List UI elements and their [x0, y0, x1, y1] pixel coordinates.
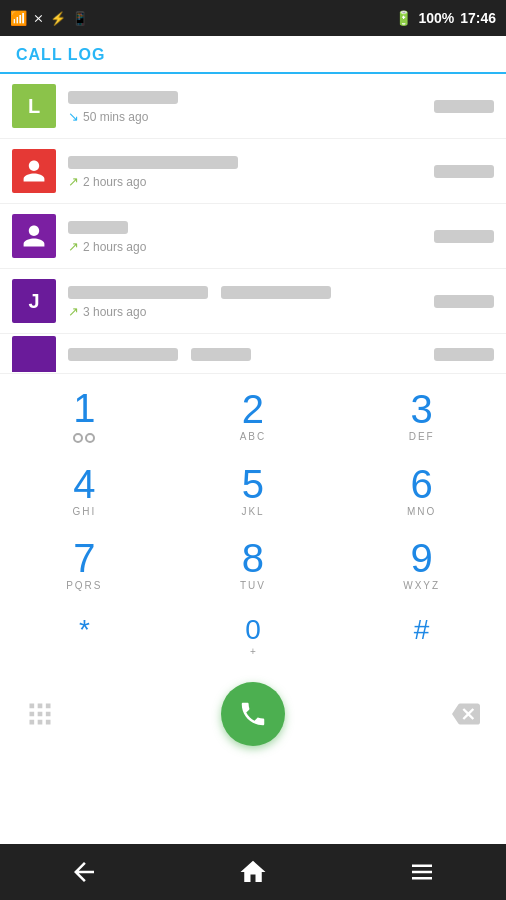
call-item-3[interactable]: ↗ 2 hours ago	[0, 204, 506, 269]
call-item-5[interactable]	[0, 334, 506, 374]
outgoing-arrow-4: ↗	[68, 304, 79, 319]
avatar-5	[12, 336, 56, 372]
avatar-2	[12, 149, 56, 193]
call-time-1: ↘ 50 mins ago	[68, 109, 434, 124]
dial-letters-2: ABC	[240, 431, 267, 445]
call-time-3: ↗ 2 hours ago	[68, 239, 434, 254]
call-right-5	[434, 346, 494, 360]
call-info-3: ↗ 2 hours ago	[68, 218, 434, 254]
android-icon: 📱	[72, 11, 88, 26]
dial-number-9: 9	[411, 538, 433, 578]
dial-key-4[interactable]: 4 GHI	[0, 454, 169, 528]
dial-letters-6: MNO	[407, 506, 436, 520]
dial-key-8[interactable]: 8 TUV	[169, 528, 338, 602]
dial-key-0[interactable]: 0 +	[170, 608, 337, 668]
back-button[interactable]	[69, 857, 99, 887]
dial-number-1: 1	[73, 388, 95, 428]
call-right-3	[434, 229, 494, 243]
status-icons: 📶 ⨯ ⚡ 📱	[10, 10, 88, 26]
contact-name-1	[68, 88, 434, 106]
outgoing-arrow-2: ↗	[68, 174, 79, 189]
dialpad-grid: 1 2 ABC 3 DEF 4 GHI 5 JKL 6 MNO 7 PQRS	[0, 378, 506, 602]
contact-name-2	[68, 153, 434, 171]
time-text-3: 2 hours ago	[83, 240, 146, 254]
call-right-1	[434, 99, 494, 113]
dial-key-7[interactable]: 7 PQRS	[0, 528, 169, 602]
dial-letters-4: GHI	[72, 506, 96, 520]
dial-0-symbol: 0	[245, 616, 261, 644]
dial-key-3[interactable]: 3 DEF	[337, 378, 506, 454]
status-bar: 📶 ⨯ ⚡ 📱 🔋 100% 17:46	[0, 0, 506, 36]
call-log-list: L ↘ 50 mins ago ↗ 2 hours	[0, 74, 506, 374]
dial-star-symbol: *	[79, 616, 90, 644]
dial-letters-9: WXYZ	[403, 580, 440, 594]
dial-letters-7: PQRS	[66, 580, 102, 594]
dial-number-6: 6	[411, 464, 433, 504]
call-log-header: CALL LOG	[0, 36, 506, 74]
recents-button[interactable]	[407, 857, 437, 887]
wifi-icon: 📶	[10, 10, 27, 26]
backspace-icon[interactable]	[446, 694, 486, 734]
dial-number-7: 7	[73, 538, 95, 578]
dialpad-action-row	[0, 678, 506, 756]
contact-name-5	[68, 345, 434, 363]
dial-key-1[interactable]: 1	[0, 378, 169, 454]
call-button[interactable]	[221, 682, 285, 746]
call-right-2	[434, 164, 494, 178]
dialpad: 1 2 ABC 3 DEF 4 GHI 5 JKL 6 MNO 7 PQRS	[0, 374, 506, 756]
dial-number-3: 3	[411, 389, 433, 429]
usb-icon: ⚡	[50, 11, 66, 26]
call-info-5	[68, 345, 434, 363]
call-info-4: ↗ 3 hours ago	[68, 283, 434, 319]
call-time-4: ↗ 3 hours ago	[68, 304, 434, 319]
outgoing-arrow-3: ↗	[68, 239, 79, 254]
dial-key-2[interactable]: 2 ABC	[169, 378, 338, 454]
call-item-1[interactable]: L ↘ 50 mins ago	[0, 74, 506, 139]
bt-icon: ⨯	[33, 11, 44, 26]
time-text-2: 2 hours ago	[83, 175, 146, 189]
dial-letters-3: DEF	[409, 431, 435, 445]
dial-number-4: 4	[73, 464, 95, 504]
call-time-2: ↗ 2 hours ago	[68, 174, 434, 189]
call-info-1: ↘ 50 mins ago	[68, 88, 434, 124]
time-text-1: 50 mins ago	[83, 110, 148, 124]
dial-letters-8: TUV	[240, 580, 266, 594]
call-item-4[interactable]: J ↗ 3 hours ago	[0, 269, 506, 334]
dial-key-star[interactable]: *	[1, 608, 168, 668]
battery-icon: 🔋	[395, 10, 412, 26]
dial-0-sub: +	[250, 646, 256, 660]
home-button[interactable]	[238, 857, 268, 887]
dial-key-hash[interactable]: #	[338, 608, 505, 668]
call-item-2[interactable]: ↗ 2 hours ago	[0, 139, 506, 204]
dial-number-8: 8	[242, 538, 264, 578]
status-right: 🔋 100% 17:46	[395, 10, 496, 26]
dialpad-contacts-icon[interactable]	[20, 694, 60, 734]
call-info-2: ↗ 2 hours ago	[68, 153, 434, 189]
dial-hash-symbol: #	[414, 616, 430, 644]
dial-key-9[interactable]: 9 WXYZ	[337, 528, 506, 602]
avatar-3	[12, 214, 56, 258]
contact-name-3	[68, 218, 434, 236]
dial-letters-1	[72, 430, 96, 446]
time-display: 17:46	[460, 10, 496, 26]
call-right-4	[434, 294, 494, 308]
dial-number-5: 5	[242, 464, 264, 504]
battery-percent: 100%	[418, 10, 454, 26]
avatar-1: L	[12, 84, 56, 128]
dialpad-bottom-row: * 0 + #	[0, 602, 506, 678]
nav-bar	[0, 844, 506, 900]
page-title: CALL LOG	[16, 46, 490, 64]
dial-letters-5: JKL	[241, 506, 264, 520]
contact-name-4	[68, 283, 434, 301]
dial-number-2: 2	[242, 389, 264, 429]
dial-key-6[interactable]: 6 MNO	[337, 454, 506, 528]
time-text-4: 3 hours ago	[83, 305, 146, 319]
incoming-arrow-1: ↘	[68, 109, 79, 124]
dial-key-5[interactable]: 5 JKL	[169, 454, 338, 528]
avatar-4: J	[12, 279, 56, 323]
